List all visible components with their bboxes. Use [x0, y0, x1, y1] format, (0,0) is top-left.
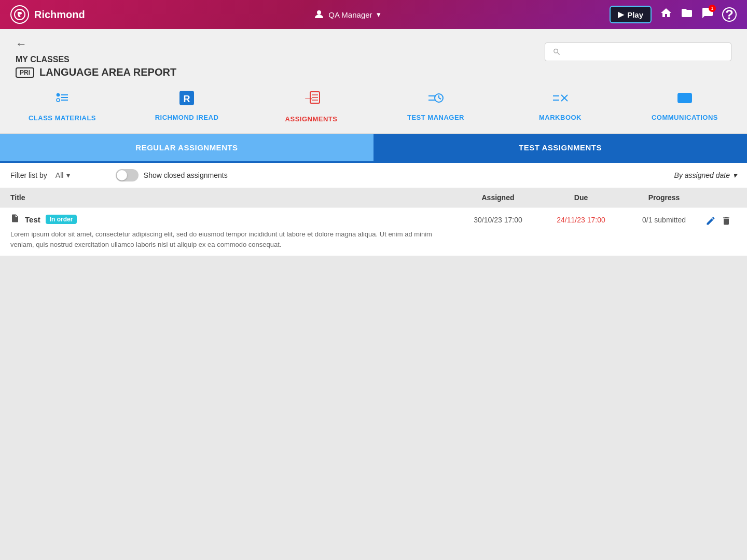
sort-dropdown-icon: ▾: [733, 171, 737, 179]
user-dropdown-icon: ▾: [377, 10, 381, 19]
sidebar-item-richmond-iread[interactable]: R RICHMOND iREAD: [125, 89, 249, 123]
assigned-date: 30/10/23 17:00: [457, 214, 540, 224]
assignment-title-row: Test In order: [10, 214, 457, 225]
sidebar-item-test-manager[interactable]: TEST MANAGER: [374, 89, 498, 123]
status-badge: In order: [46, 215, 77, 224]
col-title: Title: [10, 193, 457, 202]
svg-rect-23: [677, 93, 692, 103]
svg-text:R: R: [184, 94, 190, 104]
richmond-iread-label: RICHMOND iREAD: [155, 114, 219, 121]
tab-test-assignments[interactable]: TEST ASSIGNMENTS: [374, 134, 747, 163]
sort-dropdown[interactable]: By assigned date ▾: [674, 171, 737, 179]
nav-icons-row: CLASS MATERIALS R RICHMOND iREAD → ASSIG…: [0, 83, 747, 134]
svg-point-2: [57, 93, 60, 96]
filter-dropdown-icon: ▾: [66, 171, 70, 179]
main-content: REGULAR ASSIGNMENTS TEST ASSIGNMENTS Fil…: [0, 134, 747, 256]
pri-badge: PRI: [16, 67, 34, 78]
test-manager-label: TEST MANAGER: [407, 114, 464, 121]
filter-row: Filter list by All ▾ Show closed assignm…: [0, 163, 747, 188]
logo: Richmond: [10, 5, 85, 24]
page-title: LANGUAGE AREA REPORT: [39, 66, 176, 78]
notification-badge: 1: [709, 5, 716, 12]
home-icon[interactable]: [660, 7, 672, 22]
user-label: QA Manager: [328, 10, 372, 19]
assignment-name: Test: [25, 215, 40, 224]
progress-value: 0/1 submitted: [622, 214, 706, 224]
breadcrumb: MY CLASSES: [16, 55, 176, 64]
sidebar-item-markbook[interactable]: MARKBOOK: [498, 89, 622, 123]
sidebar-item-class-materials[interactable]: CLASS MATERIALS: [0, 89, 125, 123]
user-icon: [314, 9, 324, 21]
filter-list-by-label: Filter list by: [10, 171, 47, 179]
richmond-iread-icon: R: [177, 89, 196, 109]
assignments-icon: →: [302, 89, 321, 111]
edit-button[interactable]: [706, 216, 716, 229]
toggle-knob: [117, 170, 127, 180]
filter-dropdown[interactable]: All ▾: [56, 171, 97, 179]
col-due: Due: [540, 193, 622, 202]
markbook-label: MARKBOOK: [539, 114, 582, 121]
show-closed-label: Show closed assignments: [144, 171, 228, 179]
chat-icon[interactable]: 1: [701, 7, 714, 22]
tabs-row: REGULAR ASSIGNMENTS TEST ASSIGNMENTS: [0, 134, 747, 163]
logo-text: Richmond: [34, 9, 85, 21]
logo-icon: [10, 5, 29, 24]
sidebar-item-assignments[interactable]: → ASSIGNMENTS: [249, 89, 374, 123]
table-header: Title Assigned Due Progress: [0, 188, 747, 207]
help-icon[interactable]: ?: [722, 7, 737, 22]
assignment-description: Lorem ipsum dolor sit amet, consectetur …: [10, 229, 457, 249]
markbook-icon: [551, 89, 570, 109]
show-closed-toggle-container: Show closed assignments: [116, 169, 228, 181]
top-navigation: Richmond QA Manager ▾ ▶ Play 1 ?: [0, 0, 747, 29]
svg-line-18: [439, 98, 441, 99]
assignment-doc-icon: [10, 214, 20, 225]
actions-col: [706, 214, 737, 229]
show-closed-toggle[interactable]: [116, 169, 139, 181]
back-button[interactable]: ←: [16, 37, 176, 51]
search-box[interactable]: [545, 43, 731, 61]
tab-regular-assignments[interactable]: REGULAR ASSIGNMENTS: [0, 134, 374, 163]
assignments-label: ASSIGNMENTS: [285, 115, 338, 123]
class-materials-label: CLASS MATERIALS: [29, 114, 96, 122]
search-icon: [552, 47, 561, 57]
sort-label: By assigned date: [674, 171, 730, 179]
folder-icon[interactable]: [681, 7, 693, 22]
test-manager-icon: [426, 89, 445, 109]
communications-label: COMMUNICATIONS: [652, 114, 718, 121]
col-progress: Progress: [622, 193, 706, 202]
due-date: 24/11/23 17:00: [540, 214, 622, 224]
col-actions: [706, 193, 737, 202]
play-button[interactable]: ▶ Play: [610, 6, 652, 23]
class-materials-icon: [53, 89, 71, 110]
svg-point-1: [317, 10, 321, 15]
communications-icon: [675, 89, 694, 109]
user-menu[interactable]: QA Manager ▾: [314, 9, 380, 21]
nav-right: ▶ Play 1 ?: [610, 6, 737, 23]
delete-button[interactable]: [721, 216, 731, 229]
page-title-row: PRI LANGUAGE AREA REPORT: [16, 66, 176, 78]
assignment-title-col: Test In order Lorem ipsum dolor sit amet…: [10, 214, 457, 249]
col-assigned: Assigned: [457, 193, 540, 202]
play-icon: ▶: [618, 10, 624, 19]
header-area: ← MY CLASSES PRI LANGUAGE AREA REPORT: [0, 29, 747, 83]
search-input[interactable]: [565, 48, 724, 57]
table-row: Test In order Lorem ipsum dolor sit amet…: [0, 207, 747, 256]
sidebar-item-communications[interactable]: COMMUNICATIONS: [622, 89, 747, 123]
svg-point-3: [57, 99, 60, 102]
